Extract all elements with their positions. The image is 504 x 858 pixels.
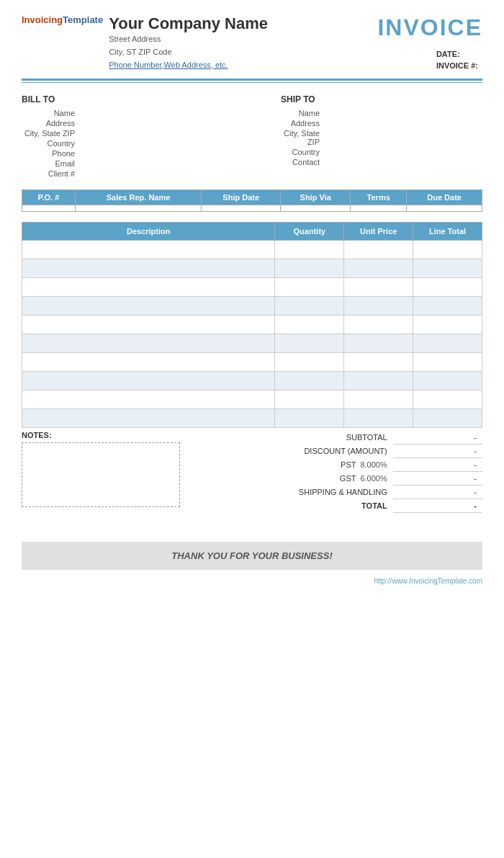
item-row-0-col-0	[22, 241, 275, 259]
invoice-title: INVOICE	[377, 14, 482, 41]
subtotal-value: -	[393, 431, 482, 444]
item-row-6-col-3	[413, 353, 482, 372]
invoice-num-label: INVOICE #:	[436, 61, 478, 70]
po-col-shipvia: Ship Via	[281, 190, 351, 205]
street-address: Street Address	[109, 33, 268, 46]
shipping-label: SHIPPING & HANDLING	[238, 486, 393, 499]
ship-name-label: Name	[281, 109, 324, 117]
item-row-2-col-3	[413, 278, 482, 297]
ship-address-label: Address	[281, 119, 324, 128]
items-table: Description Quantity Unit Price Line Tot…	[22, 222, 482, 428]
po-val-sales	[75, 205, 201, 212]
gst-label: GST 6.000%	[238, 472, 393, 486]
item-row-8-col-2	[344, 390, 413, 409]
ship-city-label: City, State ZIP	[281, 129, 324, 146]
item-row-5-col-0	[22, 334, 275, 353]
shipping-value: -	[393, 486, 482, 499]
item-row-9-col-2	[344, 409, 413, 428]
item-row-7-col-3	[413, 372, 482, 390]
discount-value: -	[393, 444, 482, 458]
item-row-9-col-0	[22, 409, 275, 428]
po-val-po	[22, 205, 76, 212]
bill-name-label: Name	[22, 109, 79, 117]
col-quantity: Quantity	[275, 223, 344, 241]
item-row-5-col-2	[344, 334, 413, 353]
po-col-terms: Terms	[351, 190, 407, 205]
logo-template: Template	[63, 14, 103, 25]
city-state-zip: City, ST ZIP Code	[109, 46, 268, 59]
item-row-3-col-1	[275, 297, 344, 316]
company-name: Your Company Name	[109, 14, 268, 33]
col-description: Description	[22, 223, 275, 241]
item-row-6-col-0	[22, 353, 275, 372]
bill-email-label: Email	[22, 159, 79, 168]
pst-label: PST 8.000%	[238, 458, 393, 472]
contact-link[interactable]: Phone Number,Web Address, etc.	[109, 61, 228, 69]
bill-country-label: Country	[22, 139, 79, 148]
item-row-3-col-2	[344, 297, 413, 316]
bill-to-heading: BILL TO	[22, 94, 223, 104]
item-row-4-col-2	[344, 316, 413, 334]
po-val-terms	[351, 205, 407, 212]
item-row-1-col-0	[22, 259, 275, 278]
item-row-5-col-3	[413, 334, 482, 353]
item-row-0-col-3	[413, 241, 482, 259]
item-row-3-col-3	[413, 297, 482, 316]
item-row-1-col-2	[344, 259, 413, 278]
item-row-8-col-0	[22, 390, 275, 409]
bill-city-label: City, State ZIP	[22, 129, 79, 138]
bill-phone-label: Phone	[22, 149, 79, 158]
notes-label: NOTES:	[22, 431, 230, 439]
item-row-6-col-2	[344, 353, 413, 372]
po-col-sales: Sales Rep. Name	[75, 190, 201, 205]
po-col-shipdate: Ship Date	[202, 190, 281, 205]
totals-table: SUBTOTAL - DISCOUNT (AMOUNT) - PST 8.000…	[238, 431, 482, 513]
logo-invoicing: Invoicing	[22, 14, 63, 25]
po-col-duedate: Due Date	[407, 190, 482, 205]
col-line-total: Line Total	[413, 223, 482, 241]
item-row-2-col-1	[275, 278, 344, 297]
item-row-1-col-1	[275, 259, 344, 278]
item-row-0-col-1	[275, 241, 344, 259]
item-row-6-col-1	[275, 353, 344, 372]
item-row-2-col-2	[344, 278, 413, 297]
bill-client-label: Client #	[22, 169, 79, 178]
ship-country-label: Country	[281, 148, 324, 156]
ship-to-heading: SHIP TO	[281, 94, 482, 104]
item-row-4-col-0	[22, 316, 275, 334]
po-val-shipvia	[281, 205, 351, 212]
item-row-0-col-2	[344, 241, 413, 259]
po-col-po: P.O. #	[22, 190, 76, 205]
divider	[22, 79, 482, 83]
pst-value: -	[393, 458, 482, 472]
item-row-2-col-0	[22, 278, 275, 297]
item-row-9-col-1	[275, 409, 344, 428]
item-row-4-col-1	[275, 316, 344, 334]
subtotal-label: SUBTOTAL	[238, 431, 393, 444]
date-label: DATE:	[436, 50, 460, 58]
gst-value: -	[393, 472, 482, 486]
item-row-7-col-0	[22, 372, 275, 390]
item-row-8-col-3	[413, 390, 482, 409]
item-row-9-col-3	[413, 409, 482, 428]
po-val-shipdate	[202, 205, 281, 212]
total-value: -	[393, 499, 482, 513]
item-row-3-col-0	[22, 297, 275, 316]
item-row-7-col-1	[275, 372, 344, 390]
discount-label: DISCOUNT (AMOUNT)	[238, 444, 393, 458]
item-row-1-col-3	[413, 259, 482, 278]
ship-contact-label: Contact	[281, 158, 324, 166]
po-table: P.O. # Sales Rep. Name Ship Date Ship Vi…	[22, 189, 482, 212]
total-label: TOTAL	[238, 499, 393, 513]
footer-url: http://www.InvoicingTemplate.com	[22, 577, 482, 585]
item-row-7-col-2	[344, 372, 413, 390]
thank-you-banner: THANK YOU FOR YOUR BUSINESS!	[22, 542, 482, 570]
notes-box[interactable]	[22, 442, 180, 507]
col-unit-price: Unit Price	[344, 223, 413, 241]
item-row-5-col-1	[275, 334, 344, 353]
item-row-4-col-3	[413, 316, 482, 334]
bill-address-label: Address	[22, 119, 79, 128]
item-row-8-col-1	[275, 390, 344, 409]
po-val-duedate	[407, 205, 482, 212]
